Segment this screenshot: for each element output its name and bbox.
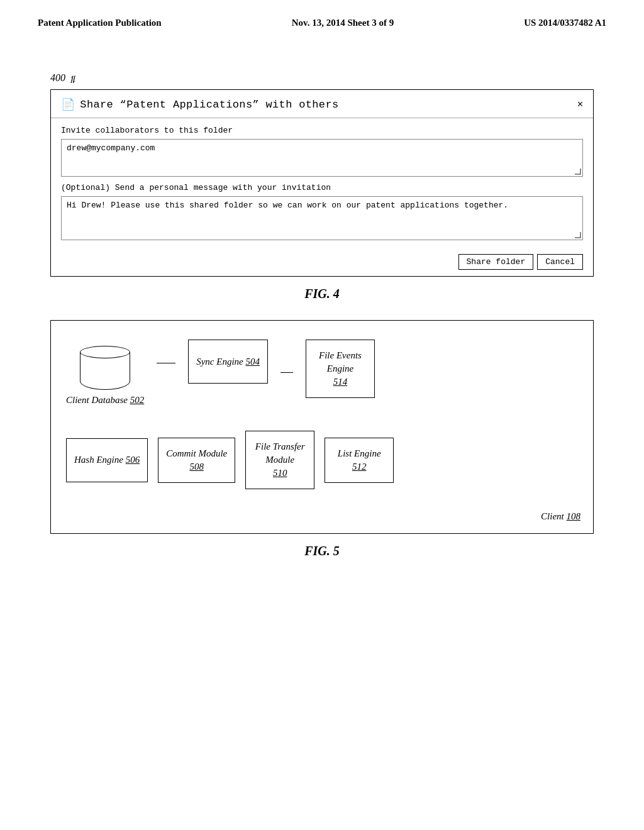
message-input-wrapper: Hi Drew! Please use this shared folder s… xyxy=(61,196,583,240)
architecture-diagram: Client Database 502 Sync Engine 504 Fi xyxy=(50,320,594,534)
share-folder-button[interactable]: Share folder xyxy=(458,254,534,270)
invite-input-wrapper: drew@mycompany.com xyxy=(61,139,583,177)
header-left: Patent Application Publication xyxy=(38,18,162,28)
share-dialog: 📄 Share “Patent Applications” with other… xyxy=(50,89,594,277)
optional-label: (Optional) Send a personal message with … xyxy=(61,183,583,192)
main-content: 400 ⥮ 📄 Share “Patent Applications” with… xyxy=(0,35,644,577)
fig5-caption: FIG. 5 xyxy=(50,544,594,558)
hash-engine-label: Hash Engine 506 xyxy=(74,453,140,467)
file-events-engine-box: File Events Engine514 xyxy=(306,340,375,398)
commit-module-label: Commit Module508 xyxy=(166,447,227,473)
fig4-ref-label: 400 ⥮ xyxy=(50,72,594,86)
fig4-section: 400 ⥮ 📄 Share “Patent Applications” with… xyxy=(50,72,594,301)
file-transfer-module-label: File Transfer Module510 xyxy=(255,440,305,480)
message-input[interactable]: Hi Drew! Please use this shared folder s… xyxy=(61,196,583,240)
fig4-caption: FIG. 4 xyxy=(50,287,594,301)
database-icon xyxy=(80,346,130,390)
resize-handle-icon-2 xyxy=(575,232,581,238)
arrow-icon: ⥮ xyxy=(68,74,76,86)
cancel-button[interactable]: Cancel xyxy=(537,254,583,270)
commit-module-box: Commit Module508 xyxy=(158,438,235,483)
invite-label: Invite collaborators to this folder xyxy=(61,126,583,135)
folder-icon: 📄 xyxy=(61,97,75,111)
close-button[interactable]: × xyxy=(577,99,583,110)
list-engine-label: List Engine512 xyxy=(338,447,381,473)
header-right: US 2014/0337482 A1 xyxy=(524,18,606,28)
dialog-body: Invite collaborators to this folder drew… xyxy=(51,118,593,248)
dialog-header: 📄 Share “Patent Applications” with other… xyxy=(51,90,593,118)
client-label: Client 108 xyxy=(541,511,580,522)
dialog-title: 📄 Share “Patent Applications” with other… xyxy=(61,97,338,111)
page-header: Patent Application Publication Nov. 13, … xyxy=(0,0,644,35)
client-database-label: Client Database 502 xyxy=(66,395,144,406)
header-center: Nov. 13, 2014 Sheet 3 of 9 xyxy=(292,18,394,28)
invite-input[interactable]: drew@mycompany.com xyxy=(61,139,583,177)
hash-engine-box: Hash Engine 506 xyxy=(66,438,148,482)
file-transfer-module-box: File Transfer Module510 xyxy=(245,431,314,489)
list-engine-box: List Engine512 xyxy=(325,438,394,483)
sync-engine-label: Sync Engine 504 xyxy=(196,355,260,368)
resize-handle-icon xyxy=(575,169,581,175)
sync-engine-box: Sync Engine 504 xyxy=(188,340,268,384)
fig5-section: Client Database 502 Sync Engine 504 Fi xyxy=(50,320,594,558)
dialog-footer: Share folder Cancel xyxy=(51,248,593,276)
file-events-engine-label: File Events Engine514 xyxy=(319,349,362,389)
